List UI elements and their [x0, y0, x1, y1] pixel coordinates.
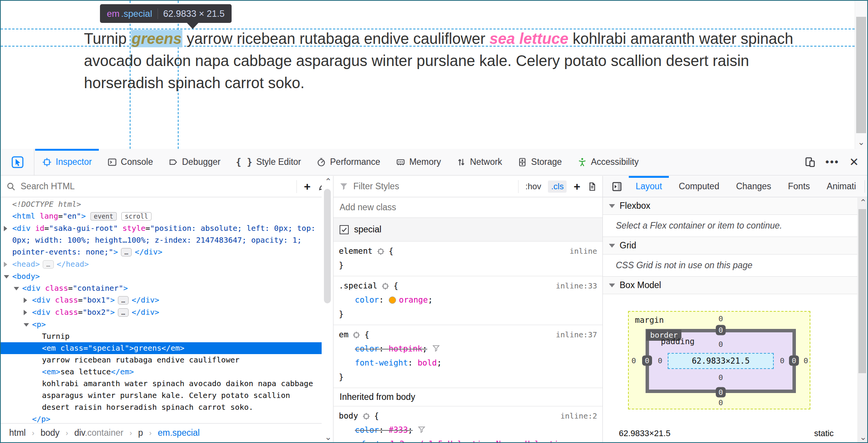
rule-source-link[interactable]: inline:33 [556, 279, 597, 293]
inline-text-ellipsis[interactable]: … [118, 308, 129, 317]
rule-selector[interactable]: body [339, 409, 358, 423]
tab-style-editor[interactable]: { }Style Editor [228, 149, 309, 175]
markup-row[interactable]: <em>sea lettuce</em> [1, 366, 333, 378]
boxmodel-border-left-value[interactable]: 0 [642, 356, 652, 366]
selector-highlighter-icon[interactable] [377, 247, 385, 256]
markup-row[interactable]: <!DOCTYPE html> [1, 198, 333, 210]
rule-selector[interactable]: element [339, 244, 373, 258]
tab-inspector[interactable]: Inspector [34, 149, 100, 175]
add-new-class-input[interactable]: Add new class [333, 197, 602, 218]
css-declaration[interactable]: font: 1.2em / 1.5 Helvetica Neue, Helvet… [339, 437, 597, 442]
css-declaration[interactable]: font-weight: bold; [339, 356, 597, 370]
markup-scrollbar[interactable]: ⌃ ⌄ [322, 176, 333, 442]
markup-row-selected[interactable]: <em class="special">greens</em> [1, 342, 333, 354]
breadcrumb-item[interactable]: div.container [74, 428, 124, 438]
inline-text-ellipsis[interactable]: … [43, 260, 53, 269]
boxmodel-border-top-value[interactable]: 0 [716, 325, 726, 335]
page-scrollbar-thumb[interactable] [856, 17, 866, 133]
markup-row[interactable]: yarrow ricebean rutabaga endive cauliflo… [1, 354, 333, 366]
markup-row[interactable]: <html lang="en">eventscroll [1, 210, 333, 222]
boxmodel-padding-left-value[interactable]: 0 [658, 356, 662, 365]
class-toggle[interactable]: .cls [548, 180, 567, 193]
markup-row[interactable]: <head>…</head> [1, 258, 333, 271]
breadcrumb-item[interactable]: body [40, 428, 60, 438]
tab-debugger[interactable]: Debugger [161, 149, 228, 175]
scroll-down-icon[interactable]: ⌄ [325, 433, 332, 441]
twisty-expanded-icon[interactable] [4, 275, 9, 279]
inline-text-ellipsis[interactable]: … [121, 248, 132, 256]
tab-storage[interactable]: Storage [510, 149, 570, 175]
markup-row[interactable]: </p> [1, 413, 333, 423]
tab-network[interactable]: Network [449, 149, 510, 175]
rule-selector[interactable]: em [339, 328, 348, 342]
all-tabs-dropdown-icon[interactable] [865, 180, 868, 193]
css-declaration[interactable]: color: hotpink; [339, 342, 597, 356]
twisty-expanded-icon[interactable] [14, 287, 19, 290]
sidebar-tab-fonts[interactable]: Fonts [779, 176, 818, 197]
layout-scrollbar-thumb[interactable] [858, 209, 866, 373]
tab-console[interactable]: Console [100, 149, 161, 175]
sidebar-tab-layout[interactable]: Layout [627, 176, 670, 197]
markup-scrollbar-thumb[interactable] [324, 189, 331, 303]
boxmodel-border-bottom-value[interactable]: 0 [716, 387, 726, 398]
sidebar-tab-changes[interactable]: Changes [728, 176, 779, 197]
sidebar-tab-animati[interactable]: Animati [818, 176, 865, 197]
selector-highlighter-icon[interactable] [352, 331, 361, 339]
twisty-collapsed-icon[interactable] [4, 226, 7, 231]
rule-selector[interactable]: .special [339, 279, 377, 293]
boxmodel-margin-right-value[interactable]: 0 [804, 356, 808, 365]
add-rule-button[interactable]: + [573, 180, 580, 193]
markup-row[interactable]: <div class="box2">…</div> [1, 306, 333, 319]
close-devtools-icon[interactable]: ✕ [849, 155, 859, 169]
css-declaration[interactable]: color: orange; [339, 293, 597, 307]
markup-row[interactable]: <p> [1, 319, 333, 330]
overridden-filter-icon[interactable] [432, 344, 440, 353]
boxmodel-margin-bottom-value[interactable]: 0 [718, 398, 723, 407]
inline-text-ellipsis[interactable]: … [118, 296, 129, 304]
sidebar-toggle-icon[interactable] [611, 181, 623, 192]
twisty-expanded-icon[interactable] [24, 323, 29, 327]
markup-row[interactable]: <div id="saka-gui-root" style="position:… [1, 222, 333, 258]
color-swatch[interactable] [389, 296, 396, 304]
boxmodel-border-right-value[interactable]: 0 [789, 356, 799, 366]
page-scrollbar[interactable]: ⌄ [855, 1, 867, 149]
selector-highlighter-icon[interactable] [362, 412, 370, 420]
scroll-badge[interactable]: scroll [121, 212, 151, 221]
class-checkbox[interactable] [340, 225, 349, 234]
pseudo-class-toggle[interactable]: :hov [525, 182, 541, 192]
markup-row[interactable]: <div class="box1">…</div> [1, 294, 333, 306]
twisty-collapsed-icon[interactable] [24, 310, 27, 315]
scroll-up-icon[interactable]: ⌃ [860, 198, 866, 207]
boxmodel-section-header[interactable]: Box Model [603, 277, 867, 294]
boxmodel-padding-bottom-value[interactable]: 0 [718, 373, 723, 382]
scroll-down-icon[interactable]: ⌄ [860, 433, 866, 441]
selector-highlighter-icon[interactable] [381, 282, 390, 290]
css-declaration[interactable]: color: #333; [339, 423, 597, 437]
flexbox-section-header[interactable]: Flexbox [603, 197, 867, 215]
grid-section-header[interactable]: Grid [603, 237, 867, 255]
breadcrumb-item[interactable]: em.special [158, 428, 200, 438]
pick-element-button[interactable] [1, 149, 34, 175]
boxmodel-margin-top-value[interactable]: 0 [718, 314, 723, 323]
scroll-down-icon[interactable]: ⌄ [858, 138, 865, 147]
sidebar-tab-computed[interactable]: Computed [670, 176, 728, 197]
overridden-filter-icon[interactable] [417, 425, 426, 434]
scroll-up-icon[interactable]: ⌃ [325, 177, 332, 186]
boxmodel-padding-right-value[interactable]: 0 [780, 356, 784, 365]
event-badge[interactable]: event [90, 212, 117, 221]
print-media-icon[interactable] [587, 182, 597, 192]
rule-source-link[interactable]: inline:37 [556, 328, 597, 342]
tab-memory[interactable]: Memory [388, 149, 449, 175]
markup-row[interactable]: kohlrabi amaranth water spinach avocado … [1, 378, 333, 413]
meatball-menu-icon[interactable]: ••• [826, 156, 839, 168]
breadcrumb-item[interactable]: html [9, 428, 26, 438]
boxmodel-content-box[interactable]: 62.9833×21.5 [668, 353, 774, 369]
markup-row[interactable]: Turnip [1, 330, 333, 342]
boxmodel-padding-top-value[interactable]: 0 [718, 340, 723, 349]
filter-styles-input[interactable]: Filter Styles [353, 181, 518, 192]
rule-source-link[interactable]: inline:2 [560, 409, 597, 423]
markup-row[interactable]: <div class="container"> [1, 282, 333, 294]
markup-row[interactable]: <body> [1, 271, 333, 282]
layout-scrollbar[interactable]: ⌃ ⌄ [857, 198, 867, 442]
twisty-collapsed-icon[interactable] [4, 262, 7, 267]
